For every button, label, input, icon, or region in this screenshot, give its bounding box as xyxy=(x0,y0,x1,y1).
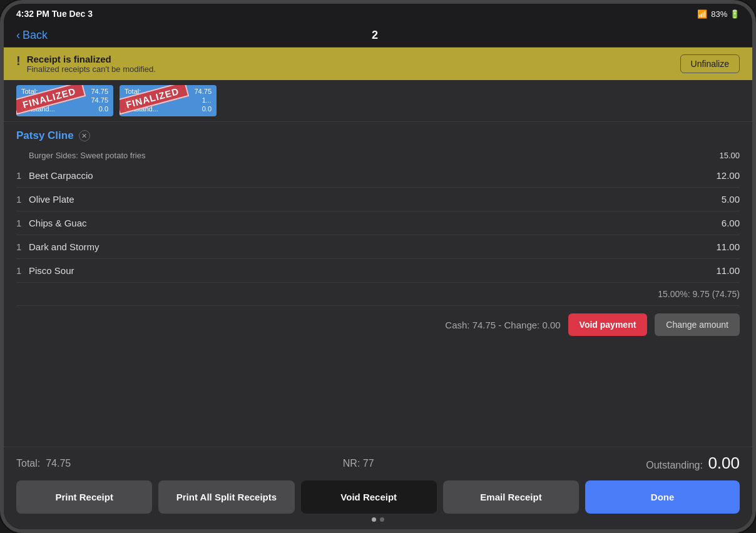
item-price: 12.00 xyxy=(716,170,740,181)
receipt-thumb-1[interactable]: Total: 74.75 Paid: 74.75 Outstand... 0.0… xyxy=(16,85,113,116)
order-item: 1 Beet Carpaccio 12.00 xyxy=(16,164,740,188)
item-name: Pisco Sour xyxy=(29,265,716,276)
remove-customer-button[interactable]: ✕ xyxy=(79,130,90,141)
order-item: 1 Pisco Sour 11.00 xyxy=(16,259,740,283)
item-qty: 1 xyxy=(16,218,29,228)
payment-summary: Cash: 74.75 - Change: 0.00 xyxy=(445,320,560,330)
page-dot-2 xyxy=(380,517,384,522)
print-all-button[interactable]: Print All Split Receipts xyxy=(158,480,294,514)
wifi-icon: 📶 xyxy=(697,9,707,19)
device-frame: 4:32 PM Tue Dec 3 📶 83% 🔋 ‹ Back 2 ! xyxy=(0,0,756,533)
back-button[interactable]: ‹ Back xyxy=(16,29,48,42)
warning-left: ! Receipt is finalized Finalized receipt… xyxy=(16,54,156,74)
warning-title: Receipt is finalized xyxy=(27,54,156,64)
nav-bar: ‹ Back 2 xyxy=(4,24,752,48)
status-bar: 4:32 PM Tue Dec 3 📶 83% 🔋 xyxy=(4,4,752,24)
tax-line: 15.00%: 9.75 (74.75) xyxy=(16,283,740,306)
item-name: Dark and Stormy xyxy=(29,241,716,252)
page-dot-1 xyxy=(372,517,376,522)
item-price: 11.00 xyxy=(716,265,740,276)
warning-banner: ! Receipt is finalized Finalized receipt… xyxy=(4,48,752,80)
unfinalize-button[interactable]: Unfinalize xyxy=(680,54,740,73)
done-button[interactable]: Done xyxy=(585,480,740,514)
print-receipt-button[interactable]: Print Receipt xyxy=(16,480,152,514)
customer-name-label: Patsy Cline xyxy=(16,129,74,142)
device-screen: 4:32 PM Tue Dec 3 📶 83% 🔋 ‹ Back 2 ! xyxy=(4,4,752,529)
customer-name-row: Patsy Cline ✕ xyxy=(16,122,740,147)
footer-outstanding: Outstanding: 0.00 xyxy=(646,454,740,473)
footer-nr: NR: 77 xyxy=(343,458,374,469)
item-name: Beet Carpaccio xyxy=(29,170,716,181)
change-amount-button[interactable]: Change amount xyxy=(655,313,740,336)
footer-summary: Total: 74.75 NR: 77 Outstanding: 0.00 xyxy=(16,454,740,473)
order-item: 1 Olive Plate 5.00 xyxy=(16,188,740,211)
outstanding-amount: 0.00 xyxy=(708,454,740,472)
receipt-thumbnails: Total: 74.75 Paid: 74.75 Outstand... 0.0… xyxy=(4,80,752,122)
status-time: 4:32 PM Tue Dec 3 xyxy=(16,9,93,19)
payment-info: Cash: 74.75 - Change: 0.00 Void payment … xyxy=(16,306,740,343)
item-qty: 1 xyxy=(16,170,29,181)
warning-text: Receipt is finalized Finalized receipts … xyxy=(27,54,156,74)
order-item: 1 Chips & Guac 6.00 xyxy=(16,211,740,235)
warning-subtitle: Finalized receipts can't be modified. xyxy=(27,64,156,74)
receipt-thumb-2[interactable]: Total: 74.75 Paid: 1... Outstand... 0.0 … xyxy=(120,85,217,116)
footer-total: Total: 74.75 xyxy=(16,458,71,469)
page-dots xyxy=(16,514,740,523)
item-price: 11.00 xyxy=(716,241,740,252)
order-item-side: Burger Sides: Sweet potato fries 15.00 xyxy=(16,147,740,164)
email-receipt-button[interactable]: Email Receipt xyxy=(443,480,579,514)
main-content: Patsy Cline ✕ Burger Sides: Sweet potato… xyxy=(4,122,752,447)
right-button[interactable] xyxy=(752,248,756,273)
item-name: Chips & Guac xyxy=(29,218,722,228)
void-receipt-button[interactable]: Void Receipt xyxy=(301,480,437,514)
order-item: 1 Dark and Stormy 11.00 xyxy=(16,235,740,259)
footer-bar: Total: 74.75 NR: 77 Outstanding: 0.00 Pr… xyxy=(4,447,752,529)
item-price: 6.00 xyxy=(722,218,740,228)
item-qty: 1 xyxy=(16,241,29,252)
item-qty: 1 xyxy=(16,265,29,276)
item-price: 5.00 xyxy=(722,194,740,205)
void-payment-button[interactable]: Void payment xyxy=(568,313,648,336)
item-qty: 1 xyxy=(16,194,29,205)
footer-buttons: Print Receipt Print All Split Receipts V… xyxy=(16,480,740,514)
chevron-left-icon: ‹ xyxy=(16,29,20,42)
battery-icon: 83% 🔋 xyxy=(711,9,740,19)
nav-title: 2 xyxy=(372,29,378,42)
status-right: 📶 83% 🔋 xyxy=(697,9,740,19)
item-name: Olive Plate xyxy=(29,194,722,205)
warning-icon: ! xyxy=(16,54,21,68)
